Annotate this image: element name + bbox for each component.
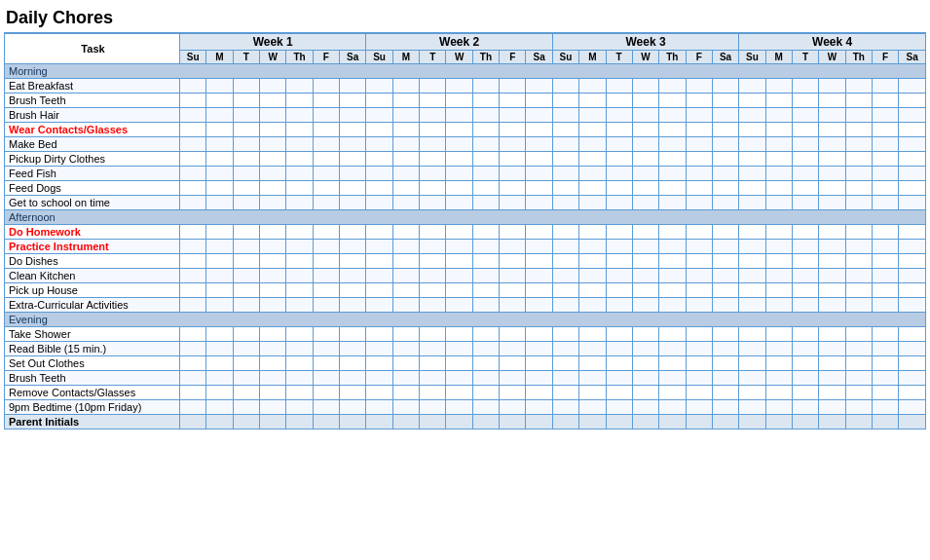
data-cell[interactable]	[712, 181, 738, 196]
data-cell[interactable]	[392, 386, 419, 400]
data-cell[interactable]	[340, 196, 366, 210]
data-cell[interactable]	[420, 342, 446, 356]
data-cell[interactable]	[579, 269, 606, 283]
data-cell[interactable]	[819, 386, 845, 400]
data-cell[interactable]	[552, 327, 578, 342]
data-cell[interactable]	[286, 196, 313, 210]
data-cell[interactable]	[765, 196, 792, 210]
data-cell[interactable]	[872, 108, 898, 123]
data-cell[interactable]	[286, 225, 313, 240]
data-cell[interactable]	[313, 269, 339, 283]
data-cell[interactable]	[579, 123, 606, 137]
data-cell[interactable]	[632, 167, 658, 181]
data-cell[interactable]	[313, 298, 339, 313]
data-cell[interactable]	[872, 298, 898, 313]
data-cell[interactable]	[366, 196, 392, 210]
data-cell[interactable]	[420, 269, 446, 283]
data-cell[interactable]	[286, 254, 313, 269]
data-cell[interactable]	[845, 79, 872, 93]
data-cell[interactable]	[392, 93, 419, 108]
data-cell[interactable]	[552, 181, 578, 196]
data-cell[interactable]	[233, 371, 259, 386]
data-cell[interactable]	[765, 254, 792, 269]
data-cell[interactable]	[739, 269, 765, 283]
data-cell[interactable]	[472, 152, 499, 167]
data-cell[interactable]	[392, 283, 419, 298]
data-cell[interactable]	[500, 167, 526, 181]
data-cell[interactable]	[899, 327, 926, 342]
data-cell[interactable]	[632, 79, 658, 93]
data-cell[interactable]	[792, 371, 818, 386]
data-cell[interactable]	[313, 400, 339, 415]
data-cell[interactable]	[500, 137, 526, 152]
data-cell[interactable]	[686, 298, 712, 313]
data-cell[interactable]	[552, 371, 578, 386]
data-cell[interactable]	[526, 254, 552, 269]
data-cell[interactable]	[872, 167, 898, 181]
data-cell[interactable]	[206, 283, 233, 298]
data-cell[interactable]	[472, 240, 499, 254]
data-cell[interactable]	[579, 342, 606, 356]
data-cell[interactable]	[340, 93, 366, 108]
data-cell[interactable]	[739, 327, 765, 342]
data-cell[interactable]	[180, 371, 206, 386]
data-cell[interactable]	[899, 342, 926, 356]
data-cell[interactable]	[500, 327, 526, 342]
data-cell[interactable]	[286, 181, 313, 196]
data-cell[interactable]	[712, 356, 738, 371]
data-cell[interactable]	[206, 196, 233, 210]
data-cell[interactable]	[472, 371, 499, 386]
data-cell[interactable]	[420, 240, 446, 254]
data-cell[interactable]	[340, 269, 366, 283]
data-cell[interactable]	[500, 240, 526, 254]
data-cell[interactable]	[792, 240, 818, 254]
data-cell[interactable]	[659, 196, 686, 210]
data-cell[interactable]	[420, 181, 446, 196]
data-cell[interactable]	[340, 371, 366, 386]
data-cell[interactable]	[899, 240, 926, 254]
data-cell[interactable]	[233, 79, 259, 93]
data-cell[interactable]	[526, 79, 552, 93]
data-cell[interactable]	[739, 298, 765, 313]
data-cell[interactable]	[899, 254, 926, 269]
data-cell[interactable]	[233, 283, 259, 298]
data-cell[interactable]	[180, 283, 206, 298]
data-cell[interactable]	[899, 93, 926, 108]
data-cell[interactable]	[392, 196, 419, 210]
data-cell[interactable]	[899, 167, 926, 181]
data-cell[interactable]	[286, 269, 313, 283]
data-cell[interactable]	[180, 196, 206, 210]
data-cell[interactable]	[606, 123, 632, 137]
data-cell[interactable]	[686, 342, 712, 356]
data-cell[interactable]	[472, 181, 499, 196]
data-cell[interactable]	[632, 152, 658, 167]
data-cell[interactable]	[392, 327, 419, 342]
data-cell[interactable]	[579, 327, 606, 342]
data-cell[interactable]	[340, 152, 366, 167]
data-cell[interactable]	[472, 342, 499, 356]
data-cell[interactable]	[233, 327, 259, 342]
data-cell[interactable]	[659, 137, 686, 152]
data-cell[interactable]	[632, 386, 658, 400]
data-cell[interactable]	[526, 298, 552, 313]
data-cell[interactable]	[206, 327, 233, 342]
data-cell[interactable]	[340, 342, 366, 356]
data-cell[interactable]	[845, 327, 872, 342]
data-cell[interactable]	[659, 123, 686, 137]
data-cell[interactable]	[472, 79, 499, 93]
data-cell[interactable]	[712, 225, 738, 240]
data-cell[interactable]	[313, 152, 339, 167]
data-cell[interactable]	[632, 298, 658, 313]
data-cell[interactable]	[313, 93, 339, 108]
data-cell[interactable]	[420, 123, 446, 137]
data-cell[interactable]	[472, 93, 499, 108]
data-cell[interactable]	[286, 167, 313, 181]
data-cell[interactable]	[686, 152, 712, 167]
data-cell[interactable]	[313, 123, 339, 137]
data-cell[interactable]	[632, 371, 658, 386]
data-cell[interactable]	[233, 108, 259, 123]
data-cell[interactable]	[659, 79, 686, 93]
data-cell[interactable]	[500, 356, 526, 371]
data-cell[interactable]	[500, 123, 526, 137]
data-cell[interactable]	[420, 371, 446, 386]
